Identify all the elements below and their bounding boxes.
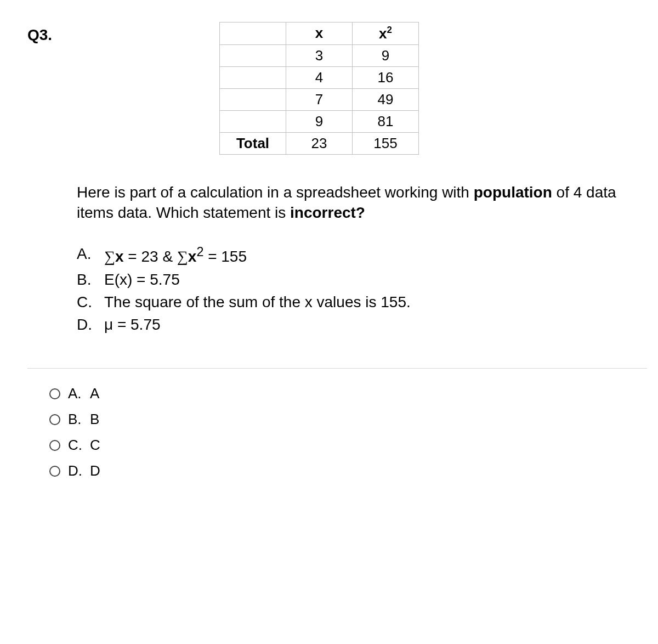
cell	[220, 110, 286, 132]
th-x2-base: x	[379, 25, 387, 42]
var-x: x	[115, 248, 124, 265]
option-b: B. E(x) = 5.75	[77, 269, 647, 290]
answer-letter: B.	[68, 411, 90, 428]
cell: 3	[286, 44, 353, 66]
option-letter: D.	[77, 314, 104, 335]
answer-option-d[interactable]: D. D	[49, 462, 647, 479]
options-list: A. ∑x = 23 & ∑x2 = 155 B. E(x) = 5.75 C.…	[77, 243, 647, 335]
divider	[27, 368, 647, 369]
table-row: 9 81	[220, 110, 419, 132]
radio-icon	[49, 440, 60, 451]
cell: 81	[353, 110, 419, 132]
sigma-icon: ∑	[177, 248, 188, 265]
th-x2-sup: 2	[387, 25, 392, 35]
answer-options: A. A B. B C. C D. D	[49, 385, 647, 479]
th-x: x	[286, 22, 353, 45]
table-row: 4 16	[220, 66, 419, 88]
answer-value: B	[90, 411, 99, 428]
answer-letter: D.	[68, 462, 90, 479]
prompt-bold: population	[474, 184, 552, 201]
cell: 7	[286, 88, 353, 110]
option-text: ∑x = 23 & ∑x2 = 155	[104, 243, 247, 268]
text: = 155	[203, 248, 247, 265]
data-table-wrap: x x2 3 9 4 16 7 49	[219, 22, 647, 155]
th-x2: x2	[353, 22, 419, 45]
cell	[220, 44, 286, 66]
text: = 23 &	[124, 248, 177, 265]
option-a: A. ∑x = 23 & ∑x2 = 155	[77, 243, 647, 268]
answer-letter: C.	[68, 437, 90, 454]
total-x: 23	[286, 132, 353, 154]
table-total-row: Total 23 155	[220, 132, 419, 154]
answer-option-b[interactable]: B. B	[49, 411, 647, 428]
table-row: 3 9	[220, 44, 419, 66]
option-letter: B.	[77, 269, 104, 290]
option-letter: C.	[77, 291, 104, 313]
question-number: Q3.	[27, 22, 77, 44]
radio-icon	[49, 388, 60, 399]
sigma-icon: ∑	[104, 248, 115, 265]
prompt-part: Here is part of a calculation in a sprea…	[77, 184, 474, 201]
option-text: E(x) = 5.75	[104, 269, 180, 290]
answer-value: D	[90, 462, 100, 479]
option-text: The square of the sum of the x values is…	[104, 291, 411, 313]
question-prompt: Here is part of a calculation in a sprea…	[77, 182, 647, 224]
option-d: D. μ = 5.75	[77, 314, 647, 335]
sup: 2	[196, 245, 203, 259]
cell: 4	[286, 66, 353, 88]
answer-value: C	[90, 437, 100, 454]
cell	[220, 88, 286, 110]
cell: 9	[286, 110, 353, 132]
cell	[220, 66, 286, 88]
answer-option-a[interactable]: A. A	[49, 385, 647, 402]
answer-letter: A.	[68, 385, 90, 402]
cell: 16	[353, 66, 419, 88]
th-blank	[220, 22, 286, 45]
table-header-row: x x2	[220, 22, 419, 45]
radio-icon	[49, 414, 60, 425]
total-label: Total	[220, 132, 286, 154]
option-text: μ = 5.75	[104, 314, 161, 335]
answer-value: A	[90, 385, 99, 402]
var-x: x	[188, 248, 197, 265]
radio-icon	[49, 466, 60, 477]
answer-option-c[interactable]: C. C	[49, 437, 647, 454]
cell: 9	[353, 44, 419, 66]
option-letter: A.	[77, 243, 104, 268]
cell: 49	[353, 88, 419, 110]
data-table: x x2 3 9 4 16 7 49	[219, 22, 419, 155]
prompt-bold: incorrect?	[290, 204, 365, 221]
table-row: 7 49	[220, 88, 419, 110]
option-c: C. The square of the sum of the x values…	[77, 291, 647, 313]
total-x2: 155	[353, 132, 419, 154]
